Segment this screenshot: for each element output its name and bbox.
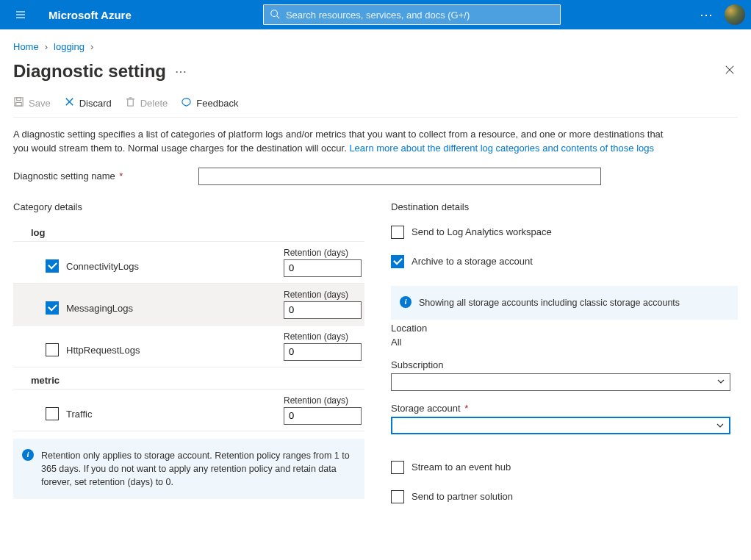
info-icon: i (400, 296, 412, 308)
delete-button[interactable]: Delete (125, 96, 168, 110)
hamburger-menu[interactable] (6, 0, 35, 29)
feedback-label: Feedback (196, 98, 238, 109)
send-log-analytics-label: Send to Log Analytics workspace (412, 226, 552, 237)
title-more-actions[interactable]: ⋯ (175, 65, 187, 79)
discard-icon (64, 96, 75, 110)
log-category-row: HttpRequestLogsRetention (days) (13, 326, 364, 367)
svg-point-3 (271, 10, 278, 16)
global-search[interactable] (263, 4, 561, 25)
delete-icon (125, 96, 136, 110)
description-text: A diagnostic setting specifies a list of… (13, 118, 675, 168)
log-category-label: ConnectivityLogs (66, 248, 284, 272)
learn-more-link[interactable]: Learn more about the different log categ… (349, 143, 654, 154)
save-label: Save (29, 98, 51, 109)
close-icon[interactable] (722, 62, 738, 81)
save-icon (13, 96, 24, 110)
log-checkbox[interactable] (46, 259, 59, 273)
storage-account-select[interactable] (391, 417, 730, 434)
feedback-button[interactable]: Feedback (181, 96, 238, 110)
user-avatar[interactable] (725, 4, 745, 25)
stream-eventhub-checkbox[interactable] (391, 461, 404, 474)
save-button[interactable]: Save (13, 96, 51, 110)
category-details-title: Category details (13, 201, 364, 212)
retention-label: Retention (days) (284, 395, 348, 406)
chevron-right-icon: › (90, 41, 93, 52)
info-icon: i (22, 449, 34, 461)
svg-rect-8 (17, 98, 21, 101)
metric-category-label: Traffic (66, 395, 284, 420)
log-checkbox[interactable] (46, 343, 59, 356)
metric-subheader: metric (13, 367, 364, 390)
retention-label: Retention (days) (284, 331, 348, 342)
feedback-icon (181, 96, 192, 110)
archive-storage-checkbox[interactable] (391, 255, 404, 268)
log-category-row: ConnectivityLogsRetention (days) (13, 242, 364, 284)
delete-label: Delete (140, 98, 168, 109)
search-input[interactable] (284, 9, 554, 21)
metric-category-row: TrafficRetention (days) (13, 390, 364, 431)
log-category-row: MessagingLogsRetention (days) (13, 284, 364, 326)
send-partner-label: Send to partner solution (412, 491, 513, 502)
chevron-down-icon (716, 421, 725, 432)
more-actions[interactable]: ⋯ (692, 0, 722, 29)
page-title: Diagnostic setting (13, 61, 166, 82)
search-icon (270, 9, 280, 21)
retention-label: Retention (days) (284, 290, 348, 300)
retention-input[interactable] (284, 343, 362, 361)
brand-label[interactable]: Microsoft Azure (48, 9, 132, 21)
metric-checkbox[interactable] (46, 407, 59, 420)
stream-eventhub-label: Stream to an event hub (412, 462, 511, 473)
diagnostic-name-input[interactable] (198, 168, 601, 185)
storage-account-label: Storage account * (391, 403, 738, 414)
subscription-select[interactable] (391, 373, 730, 391)
retention-info: i Retention only applies to storage acco… (13, 439, 364, 499)
retention-input[interactable] (284, 301, 362, 319)
chevron-down-icon (716, 377, 725, 388)
breadcrumb-parent[interactable]: logging (54, 41, 85, 52)
send-partner-checkbox[interactable] (391, 490, 404, 503)
subscription-label: Subscription (391, 359, 738, 370)
retention-label: Retention (days) (284, 248, 348, 258)
name-label: Diagnostic setting name * (13, 170, 198, 182)
retention-input[interactable] (284, 259, 362, 277)
log-category-label: HttpRequestLogs (66, 331, 284, 356)
archive-storage-label: Archive to a storage account (412, 256, 533, 267)
location-label: Location (391, 323, 738, 334)
log-category-label: MessagingLogs (66, 290, 284, 314)
svg-line-4 (277, 15, 280, 18)
svg-rect-12 (127, 99, 133, 106)
log-checkbox[interactable] (46, 301, 59, 315)
chevron-right-icon: › (45, 41, 48, 52)
location-value: All (391, 337, 738, 348)
breadcrumb-home[interactable]: Home (13, 41, 39, 52)
storage-info: i Showing all storage accounts including… (391, 286, 738, 320)
svg-rect-9 (16, 102, 22, 106)
discard-button[interactable]: Discard (64, 96, 112, 110)
top-navbar: Microsoft Azure ⋯ (0, 0, 751, 29)
retention-input[interactable] (284, 407, 362, 425)
log-subheader: log (13, 220, 364, 242)
discard-label: Discard (79, 98, 112, 109)
breadcrumb: Home › logging › (13, 38, 738, 58)
destination-details-title: Destination details (391, 201, 738, 212)
send-log-analytics-checkbox[interactable] (391, 226, 404, 239)
command-bar: Save Discard Delete Feedback (13, 87, 738, 118)
